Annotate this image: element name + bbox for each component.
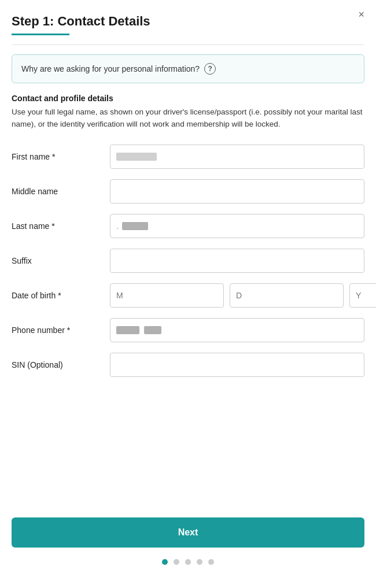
dob-row: Date of birth * — [12, 283, 364, 308]
dob-month-input[interactable] — [110, 283, 224, 308]
first-name-blur — [116, 153, 157, 161]
first-name-row: First name * — [12, 145, 364, 169]
phone-row: Phone number * — [12, 318, 364, 342]
dots-row — [12, 559, 364, 571]
help-icon[interactable]: ? — [204, 63, 216, 75]
suffix-label: Suffix — [12, 256, 110, 265]
dob-label: Date of birth * — [12, 291, 110, 300]
phone-blur-1 — [116, 326, 139, 334]
last-name-input[interactable]: . — [110, 214, 364, 238]
last-name-label: Last name * — [12, 221, 110, 231]
suffix-row: Suffix — [12, 249, 364, 273]
dob-year-input[interactable] — [349, 283, 376, 308]
first-name-input[interactable] — [110, 145, 364, 169]
dot-3 — [185, 559, 191, 565]
phone-blur-2 — [144, 326, 161, 334]
next-button[interactable]: Next — [12, 517, 364, 548]
section-title: Contact and profile details — [12, 94, 364, 103]
title-underline — [12, 34, 69, 35]
close-button[interactable]: × — [358, 9, 364, 20]
dot-5 — [208, 559, 214, 565]
middle-name-row: Middle name — [12, 179, 364, 204]
divider — [12, 45, 364, 45]
dot-1 — [162, 559, 168, 565]
sin-input[interactable] — [110, 353, 364, 377]
dob-inputs — [110, 283, 376, 308]
last-name-row: Last name * . — [12, 214, 364, 238]
modal-title: Step 1: Contact Details — [12, 14, 364, 29]
suffix-input[interactable] — [110, 249, 364, 273]
last-name-dot: . — [116, 221, 119, 231]
section-description: Use your full legal name, as shown on yo… — [12, 106, 364, 131]
info-box-text: Why are we asking for your personal info… — [21, 64, 200, 73]
spacer — [12, 387, 364, 517]
dot-4 — [197, 559, 202, 565]
phone-value — [116, 326, 161, 334]
middle-name-label: Middle name — [12, 187, 110, 196]
info-box[interactable]: Why are we asking for your personal info… — [12, 54, 364, 83]
phone-label: Phone number * — [12, 326, 110, 335]
sin-row: SIN (Optional) — [12, 353, 364, 377]
dot-2 — [174, 559, 179, 565]
sin-label: SIN (Optional) — [12, 360, 110, 369]
first-name-label: First name * — [12, 152, 110, 161]
phone-input[interactable] — [110, 318, 364, 342]
last-name-blur — [122, 222, 148, 230]
modal-container: × Step 1: Contact Details Why are we ask… — [0, 0, 376, 588]
dob-day-input[interactable] — [230, 283, 344, 308]
last-name-content: . — [116, 221, 148, 231]
middle-name-input[interactable] — [110, 179, 364, 204]
